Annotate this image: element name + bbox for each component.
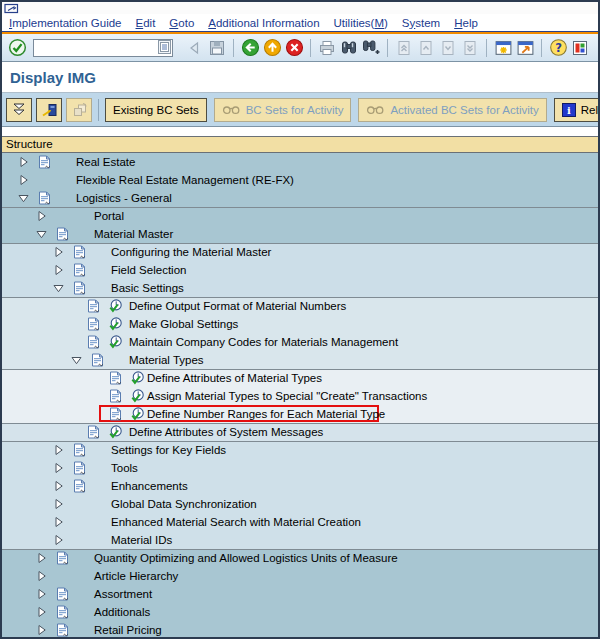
img-doc-icon[interactable] bbox=[72, 443, 87, 458]
position-button[interactable] bbox=[36, 98, 62, 122]
img-doc-icon[interactable] bbox=[86, 317, 101, 332]
arrow-right-icon[interactable] bbox=[18, 175, 29, 186]
arrow-right-icon[interactable] bbox=[18, 157, 29, 168]
arrow-right-icon[interactable] bbox=[36, 211, 47, 222]
tree-row[interactable]: Article Hierarchy bbox=[2, 567, 598, 585]
tree-row-label[interactable]: Material Types bbox=[129, 354, 204, 366]
img-doc-icon[interactable] bbox=[37, 191, 52, 206]
tree-row[interactable]: Basic Settings bbox=[2, 279, 598, 297]
arrow-down-icon[interactable] bbox=[71, 355, 82, 366]
menu-item-help[interactable]: Help bbox=[454, 17, 478, 29]
tree-row-label[interactable]: Basic Settings bbox=[111, 282, 184, 294]
arrow-right-icon[interactable] bbox=[53, 445, 64, 456]
tree-row-label[interactable]: Assign Material Types to Special "Create… bbox=[147, 390, 427, 402]
existing-bc-sets-button[interactable]: Existing BC Sets bbox=[105, 98, 207, 122]
tree-row-label[interactable]: Maintain Company Codes for Materials Man… bbox=[129, 336, 398, 348]
menu-item-additional-information[interactable]: Additional Information bbox=[208, 17, 319, 29]
tree-row-label[interactable]: Portal bbox=[94, 210, 124, 222]
tree-row[interactable]: Portal bbox=[2, 207, 598, 225]
menu-item-edit[interactable]: Edit bbox=[136, 17, 156, 29]
tree-row[interactable]: Flexible Real Estate Management (RE-FX) bbox=[2, 171, 598, 189]
expand-node-button[interactable] bbox=[6, 98, 32, 122]
tree-row[interactable]: Tools bbox=[2, 459, 598, 477]
img-doc-icon[interactable] bbox=[90, 353, 105, 368]
tree-row[interactable]: Logistics - General bbox=[2, 189, 598, 207]
arrow-right-icon[interactable] bbox=[53, 463, 64, 474]
img-doc-icon[interactable] bbox=[55, 623, 70, 638]
tree-row[interactable]: Material Master bbox=[2, 225, 598, 243]
tree-row-label[interactable]: Real Estate bbox=[76, 156, 135, 168]
img-doc-icon[interactable] bbox=[72, 461, 87, 476]
img-doc-icon[interactable] bbox=[108, 389, 123, 404]
new-session-button[interactable] bbox=[493, 38, 513, 58]
customize-layout-button[interactable] bbox=[570, 38, 590, 58]
img-doc-icon[interactable] bbox=[37, 155, 52, 170]
arrow-down-icon[interactable] bbox=[36, 229, 47, 240]
arrow-right-icon[interactable] bbox=[53, 247, 64, 258]
tree-row-label[interactable]: Material IDs bbox=[111, 534, 172, 546]
tree-row-label[interactable]: Tools bbox=[111, 462, 138, 474]
img-activity-icon[interactable] bbox=[130, 407, 145, 422]
arrow-right-icon[interactable] bbox=[53, 535, 64, 546]
tree-row-label[interactable]: Material Master bbox=[94, 228, 173, 240]
arrow-down-icon[interactable] bbox=[53, 283, 64, 294]
img-doc-icon[interactable] bbox=[72, 479, 87, 494]
tree-row[interactable]: Real Estate bbox=[2, 153, 598, 171]
tree-row[interactable]: Enhanced Material Search with Material C… bbox=[2, 513, 598, 531]
tree-row-label[interactable]: Define Output Format of Material Numbers bbox=[129, 300, 346, 312]
back-button[interactable] bbox=[240, 38, 260, 58]
arrow-down-icon[interactable] bbox=[18, 193, 29, 204]
tree-row[interactable]: Retail Pricing bbox=[2, 621, 598, 637]
img-activity-icon[interactable] bbox=[130, 371, 145, 386]
img-doc-icon[interactable] bbox=[72, 281, 87, 296]
img-activity-icon[interactable] bbox=[108, 317, 123, 332]
tree-row-label[interactable]: Define Number Ranges for Each Material T… bbox=[147, 408, 385, 420]
tree-row[interactable]: Configuring the Material Master bbox=[2, 243, 598, 261]
img-doc-icon[interactable] bbox=[72, 245, 87, 260]
tree-row[interactable]: Define Attributes of System Messages bbox=[2, 423, 598, 441]
menu-item-system[interactable]: System bbox=[402, 17, 440, 29]
tree-row[interactable]: Enhancements bbox=[2, 477, 598, 495]
find-button[interactable] bbox=[339, 38, 359, 58]
help-button[interactable]: ? bbox=[548, 38, 568, 58]
tree-row[interactable]: Define Attributes of Material Types bbox=[2, 369, 598, 387]
img-doc-icon[interactable] bbox=[86, 425, 101, 440]
img-doc-icon[interactable] bbox=[108, 371, 123, 386]
tree-row[interactable]: Make Global Settings bbox=[2, 315, 598, 333]
tree-row-label[interactable]: Retail Pricing bbox=[94, 624, 162, 636]
tree-row[interactable]: Maintain Company Codes for Materials Man… bbox=[2, 333, 598, 351]
arrow-right-icon[interactable] bbox=[36, 625, 47, 636]
enter-button[interactable] bbox=[7, 38, 27, 58]
img-activity-icon[interactable] bbox=[130, 389, 145, 404]
tree-row-label[interactable]: Flexible Real Estate Management (RE-FX) bbox=[76, 174, 294, 186]
tree-row-label[interactable]: Quantity Optimizing and Allowed Logistic… bbox=[94, 552, 398, 564]
exit-button[interactable] bbox=[262, 38, 282, 58]
tree-row[interactable]: Field Selection bbox=[2, 261, 598, 279]
tree-row[interactable]: Material IDs bbox=[2, 531, 598, 549]
find-next-button[interactable] bbox=[361, 38, 381, 58]
img-doc-icon[interactable] bbox=[86, 299, 101, 314]
tree-row-label[interactable]: Logistics - General bbox=[76, 192, 172, 204]
cancel-button[interactable] bbox=[284, 38, 304, 58]
tree-row-label[interactable]: Field Selection bbox=[111, 264, 186, 276]
tree-row-label[interactable]: Define Attributes of System Messages bbox=[129, 426, 323, 438]
arrow-right-icon[interactable] bbox=[53, 499, 64, 510]
tree-row[interactable]: Additionals bbox=[2, 603, 598, 621]
command-field[interactable] bbox=[33, 39, 173, 57]
img-activity-icon[interactable] bbox=[108, 335, 123, 350]
arrow-right-icon[interactable] bbox=[53, 265, 64, 276]
img-doc-icon[interactable] bbox=[72, 263, 87, 278]
command-history-button[interactable] bbox=[158, 40, 171, 54]
tree-row-label[interactable]: Enhancements bbox=[111, 480, 188, 492]
img-activity-icon[interactable] bbox=[108, 299, 123, 314]
arrow-right-icon[interactable] bbox=[36, 553, 47, 564]
arrow-right-icon[interactable] bbox=[36, 607, 47, 618]
img-doc-icon[interactable] bbox=[55, 551, 70, 566]
menu-item-goto[interactable]: Goto bbox=[169, 17, 194, 29]
tree-row[interactable]: Settings for Key Fields bbox=[2, 441, 598, 459]
img-doc-icon[interactable] bbox=[55, 587, 70, 602]
img-doc-icon[interactable] bbox=[86, 335, 101, 350]
tree-row[interactable]: Define Number Ranges for Each Material T… bbox=[2, 405, 598, 423]
img-doc-icon[interactable] bbox=[108, 407, 123, 422]
tree-row-label[interactable]: Configuring the Material Master bbox=[111, 246, 271, 258]
